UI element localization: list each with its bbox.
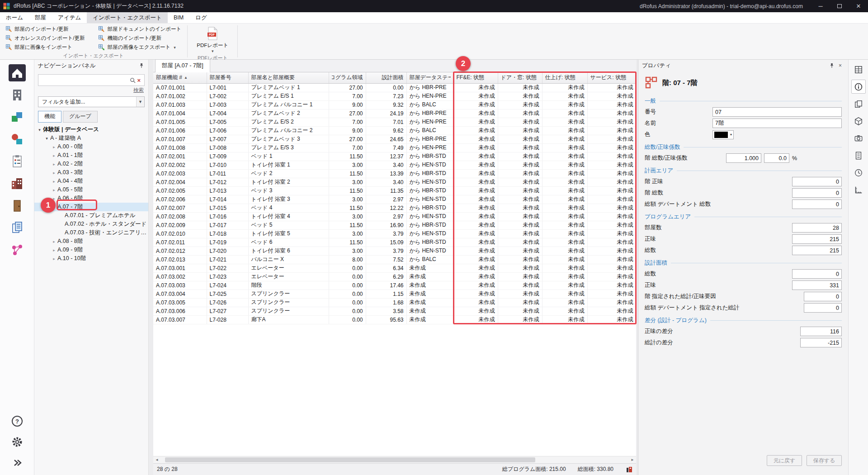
tree-item-4[interactable]: ▸A.02 - 2階 (34, 160, 148, 168)
tree-item-0[interactable]: ▾体験版 | データベース (34, 125, 148, 134)
menu-tab-items[interactable]: アイテム (52, 12, 87, 23)
search-input[interactable] (41, 77, 130, 83)
scroll-right-icon[interactable]: ► (629, 456, 636, 463)
table-row[interactable]: A.07.02.013L7-021バルコニー X8.007.52から BALC未… (153, 255, 636, 264)
tree-expand-icon[interactable]: ▸ (51, 188, 57, 192)
table-row[interactable]: A.07.01.001L7-001プレミアムベッド 127.000.00から H… (153, 83, 636, 92)
tree-expand-icon[interactable]: ▸ (51, 153, 57, 158)
property-input[interactable] (726, 153, 761, 163)
property-input[interactable] (792, 177, 842, 186)
menu-tab-rooms[interactable]: 部屋 (29, 12, 52, 23)
nav-tab-functions[interactable]: 機能 (38, 111, 61, 123)
tree-item-12[interactable]: A.07.03 - 技術・エンジニアリング (34, 228, 148, 237)
grid-panel-button[interactable] (851, 62, 866, 76)
column-header-1[interactable]: 部屋番号 (207, 72, 248, 83)
network-nav-button[interactable] (7, 242, 27, 259)
documents-nav-button[interactable] (7, 219, 27, 237)
property-input[interactable] (792, 234, 842, 244)
nav-tab-groups[interactable]: グループ (63, 111, 98, 123)
history-panel-button[interactable] (851, 166, 866, 180)
property-input[interactable] (792, 280, 842, 290)
occurrence-import-button[interactable]: オカレンスのインポート/更新 (3, 34, 87, 43)
table-row[interactable]: A.07.02.007L7-015ベッド 411.5012.22から HBR-S… (153, 204, 636, 212)
tree-expand-icon[interactable]: ▸ (51, 239, 57, 244)
column-header-9[interactable]: サービス: 状態 (587, 72, 636, 83)
table-row[interactable]: A.07.01.004L7-004プレミアムベッド 227.0024.19から … (153, 109, 636, 118)
occurrences-nav-button[interactable] (7, 131, 27, 148)
tree-collapse-icon[interactable]: ▾ (36, 128, 43, 132)
save-button[interactable]: 保存する (807, 455, 842, 466)
panel-splitter[interactable] (149, 60, 153, 475)
scrollbar-track[interactable] (160, 456, 629, 463)
color-picker[interactable]: ▾ (712, 130, 734, 139)
property-input[interactable] (764, 153, 789, 163)
column-header-5[interactable]: 部屋データステータス (406, 72, 453, 83)
room-import-button[interactable]: 部屋のインポート/更新 (3, 25, 87, 33)
property-input[interactable] (792, 188, 842, 198)
maximize-button[interactable] (830, 0, 849, 12)
tree-item-6[interactable]: ▸A.04 - 4階 (34, 177, 148, 185)
expand-button[interactable] (7, 455, 27, 470)
table-row[interactable]: A.07.02.002L7-010トイレ付 浴室 13.003.40から HEN… (153, 161, 636, 169)
table-row[interactable]: A.07.03.004L7-025スプリンクラー0.001.15未作成未作成未作… (153, 290, 636, 298)
clear-search-icon[interactable]: × (136, 77, 142, 84)
tree-item-5[interactable]: ▸A.03 - 3階 (34, 168, 148, 177)
camera-panel-button[interactable] (851, 131, 866, 145)
table-row[interactable]: A.07.02.009L7-017ベッド 511.5016.90から HBR-S… (153, 221, 636, 229)
property-input[interactable] (800, 327, 842, 336)
add-filter-combo[interactable]: フィルタを追加... ▼ (38, 96, 145, 107)
property-input[interactable] (804, 303, 842, 313)
room-image-export-button[interactable]: 部屋の画像をエクスポート▾ (95, 43, 184, 52)
tree-item-11[interactable]: A.07.02 - ホテル・スタンダード (34, 220, 148, 228)
column-header-4[interactable]: 設計面積 (366, 72, 406, 83)
property-input[interactable] (792, 223, 842, 233)
home-nav-button[interactable] (7, 64, 27, 81)
table-row[interactable]: A.07.03.003L7-024階段0.0017.46未作成未作成未作成未作成… (153, 281, 636, 290)
property-input[interactable] (800, 338, 842, 347)
rooms-document-tab[interactable]: 部屋 [A.07 - 7階] (155, 59, 210, 72)
column-header-2[interactable]: 部屋名と部屋概要 (248, 72, 329, 83)
table-row[interactable]: A.07.03.001L7-022エレベーター0.006.34未作成未作成未作成… (153, 264, 636, 272)
tree-item-15[interactable]: ▸A.10 - 10階 (34, 254, 148, 263)
table-row[interactable]: A.07.01.008L7-008プレミアム E/S 37.007.49から H… (153, 143, 636, 152)
table-row[interactable]: A.07.03.002L7-023エレベーター0.006.29未作成未作成未作成… (153, 272, 636, 281)
table-row[interactable]: A.07.01.003L7-003プレミアム バルコニー 19.009.32から… (153, 100, 636, 109)
items-nav-button[interactable] (7, 109, 27, 126)
doors-nav-button[interactable] (7, 197, 27, 214)
table-row[interactable]: A.07.02.006L7-014トイレ付 浴室 33.002.97から HEN… (153, 195, 636, 204)
tree-item-2[interactable]: ▸A.00 - 0階 (34, 142, 148, 151)
model-panel-button[interactable] (851, 114, 866, 128)
table-row[interactable]: A.07.01.002L7-002プレミアム E/S 17.007.23から H… (153, 92, 636, 100)
help-button[interactable]: ? (7, 413, 27, 429)
table-row[interactable]: A.07.03.006L7-027スプリンクラー0.003.58未作成未作成未作… (153, 307, 636, 315)
scroll-left-icon[interactable]: ◄ (153, 456, 160, 463)
table-row[interactable]: A.07.01.007L7-007プレミアムベッド 327.0024.65から … (153, 135, 636, 143)
table-row[interactable]: A.07.03.005L7-026スプリンクラー0.001.68未作成未作成未作… (153, 298, 636, 307)
column-header-0[interactable]: 部屋機能 #▲ (153, 72, 207, 83)
table-row[interactable]: A.07.02.011L7-019ベッド 611.5015.09から HBR-S… (153, 238, 636, 247)
copies-panel-button[interactable] (851, 97, 866, 111)
close-panel-icon[interactable]: × (839, 63, 844, 69)
column-header-7[interactable]: ドア・窓: 状態 (498, 72, 542, 83)
table-row[interactable]: A.07.02.005L7-013ベッド 311.5011.35から HBR-S… (153, 186, 636, 195)
tree-item-7[interactable]: ▸A.05 - 5階 (34, 185, 148, 194)
rooms-nav-button[interactable] (7, 86, 27, 104)
menu-tab-bim[interactable]: BIM (168, 12, 189, 23)
table-row[interactable]: A.07.01.006L7-006プレミアム バルコニー 29.009.62から… (153, 126, 636, 135)
tree-item-1[interactable]: ▾A - 建築物 A (34, 134, 148, 142)
tree-expand-icon[interactable]: ▸ (51, 256, 57, 261)
property-input[interactable] (712, 107, 842, 117)
settings-button[interactable] (7, 434, 27, 450)
property-input[interactable] (792, 246, 842, 255)
tree-expand-icon[interactable]: ▸ (51, 162, 57, 166)
column-header-6[interactable]: FF&E: 状態 (453, 72, 498, 83)
table-row[interactable]: A.07.02.001L7-009ベッド 111.5012.37から HBR-S… (153, 152, 636, 161)
pin-icon[interactable] (139, 63, 145, 69)
tree-expand-icon[interactable]: ▸ (51, 171, 57, 175)
property-input[interactable] (792, 269, 842, 279)
search-link[interactable]: 検索 (133, 87, 144, 94)
table-row[interactable]: A.07.02.010L7-018トイレ付 浴室 53.003.79から HEN… (153, 229, 636, 238)
menu-tab-log[interactable]: ログ (189, 12, 213, 23)
document-panel-button[interactable] (851, 148, 866, 162)
room-document-import-button[interactable]: 部屋ドキュメントのインポート (95, 25, 184, 33)
